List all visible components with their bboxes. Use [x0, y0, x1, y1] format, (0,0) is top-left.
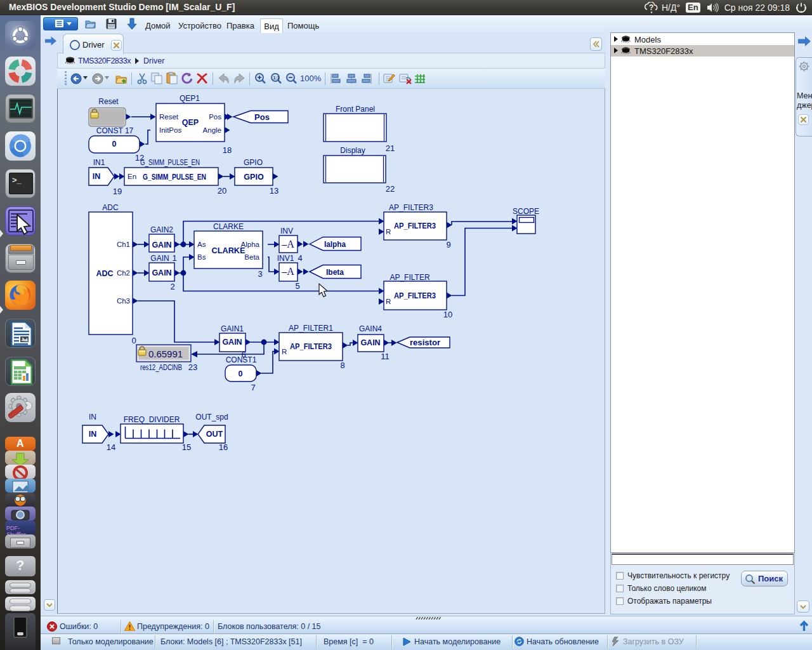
svg-text:res12_ADCINB: res12_ADCINB	[140, 363, 182, 372]
svg-text:Ibeta: Ibeta	[326, 268, 344, 277]
svg-text:?: ?	[649, 3, 653, 12]
svg-text:20: 20	[218, 186, 226, 196]
svg-text:13: 13	[270, 186, 278, 196]
svg-text:Ialpha: Ialpha	[324, 240, 346, 249]
svg-text:R: R	[386, 228, 391, 235]
svg-text:AP_FILTER3: AP_FILTER3	[290, 342, 332, 351]
svg-text:12: 12	[135, 153, 144, 162]
svg-text:Angle: Angle	[203, 126, 221, 134]
svg-text:OUT: OUT	[206, 430, 223, 439]
svg-text:IN: IN	[89, 430, 97, 439]
svg-text:Pos: Pos	[254, 112, 270, 122]
svg-text:Front Panel: Front Panel	[336, 105, 375, 114]
svg-text:GAIN4: GAIN4	[359, 324, 382, 333]
svg-text:OUT_spd: OUT_spd	[195, 413, 228, 421]
svg-text:INV: INV	[280, 227, 293, 235]
svg-text:GAIN: GAIN	[152, 241, 171, 249]
svg-text:4: 4	[298, 253, 302, 263]
svg-text:21: 21	[386, 143, 395, 153]
svg-text:ADC: ADC	[96, 269, 113, 278]
svg-text:Reset: Reset	[98, 97, 119, 106]
svg-text:GAIN2: GAIN2	[150, 225, 173, 234]
svg-text:ADC: ADC	[102, 203, 119, 212]
svg-text:IN: IN	[89, 413, 96, 421]
svg-text:10: 10	[443, 310, 452, 319]
svg-text:GAIN: GAIN	[150, 254, 169, 263]
svg-text:QEP: QEP	[182, 118, 199, 127]
svg-text:0: 0	[131, 336, 136, 345]
svg-text:GAIN1: GAIN1	[221, 324, 244, 333]
svg-text:G_SIMM_PULSE_EN: G_SIMM_PULSE_EN	[143, 173, 206, 182]
svg-text:14: 14	[107, 442, 115, 452]
svg-text:InitPos: InitPos	[159, 126, 181, 134]
svg-text:0: 0	[239, 369, 243, 378]
svg-text:2: 2	[170, 282, 174, 291]
svg-text:En: En	[128, 173, 136, 180]
svg-text:IN1: IN1	[93, 158, 105, 167]
svg-text:–A: –A	[281, 266, 294, 277]
svg-text:Beta: Beta	[244, 253, 259, 261]
svg-text:16: 16	[219, 442, 228, 452]
svg-text:–A: –A	[281, 239, 294, 249]
svg-text:Ch3: Ch3	[117, 297, 130, 305]
svg-text:FREQ_DIVIDER: FREQ_DIVIDER	[124, 415, 180, 424]
svg-text:CLARKE: CLARKE	[213, 222, 244, 231]
svg-text:IN: IN	[93, 172, 101, 181]
svg-text:Ch2: Ch2	[117, 269, 130, 277]
svg-text:Bs: Bs	[197, 253, 206, 261]
svg-text:AP_FILTER3: AP_FILTER3	[394, 222, 436, 230]
svg-text:1:1: 1:1	[273, 76, 280, 80]
svg-text:9: 9	[446, 240, 450, 249]
svg-text:0.65991: 0.65991	[148, 348, 183, 359]
svg-text:23: 23	[188, 362, 197, 372]
svg-text:Ch1: Ch1	[117, 241, 130, 248]
svg-text:8: 8	[340, 361, 344, 370]
svg-text:19: 19	[113, 187, 122, 196]
svg-text:resistor: resistor	[410, 338, 440, 347]
svg-text:R: R	[386, 298, 391, 305]
svg-text:R: R	[282, 348, 287, 355]
svg-text:SCOPE: SCOPE	[513, 207, 539, 216]
svg-text:As: As	[197, 241, 206, 248]
svg-text:5: 5	[295, 281, 299, 291]
svg-text:INV1: INV1	[277, 254, 294, 263]
svg-text:Pos: Pos	[209, 113, 221, 121]
svg-text:6: 6	[241, 350, 246, 359]
svg-text:GAIN: GAIN	[360, 338, 380, 347]
svg-text:15: 15	[182, 442, 191, 452]
svg-text:22: 22	[386, 184, 395, 194]
svg-text:GPIO: GPIO	[244, 158, 263, 167]
svg-text:Display: Display	[340, 146, 365, 155]
svg-text:AP_FILTER3: AP_FILTER3	[389, 203, 433, 212]
svg-text:18: 18	[223, 145, 232, 155]
svg-text:1: 1	[172, 253, 176, 263]
svg-text:7: 7	[251, 383, 255, 392]
svg-text:GAIN: GAIN	[222, 338, 242, 347]
svg-text:AP_FILTER: AP_FILTER	[390, 273, 429, 282]
svg-text:GPIO: GPIO	[244, 173, 264, 182]
svg-text:0: 0	[112, 140, 117, 149]
svg-text:CONST 17: CONST 17	[96, 126, 134, 135]
svg-text:11: 11	[381, 352, 390, 361]
svg-text:Reset: Reset	[159, 113, 179, 121]
svg-text:Alpha: Alpha	[241, 241, 260, 248]
svg-text:QEP1: QEP1	[180, 94, 200, 103]
svg-text:AP_FILTER1: AP_FILTER1	[289, 324, 333, 333]
svg-text:GAIN: GAIN	[152, 269, 171, 277]
svg-text:CLARKE: CLARKE	[212, 246, 246, 255]
svg-text:3: 3	[258, 269, 262, 279]
svg-text:G_SIMM_PULSE_EN: G_SIMM_PULSE_EN	[140, 158, 200, 167]
svg-text:AP_FILTER3: AP_FILTER3	[394, 291, 436, 300]
